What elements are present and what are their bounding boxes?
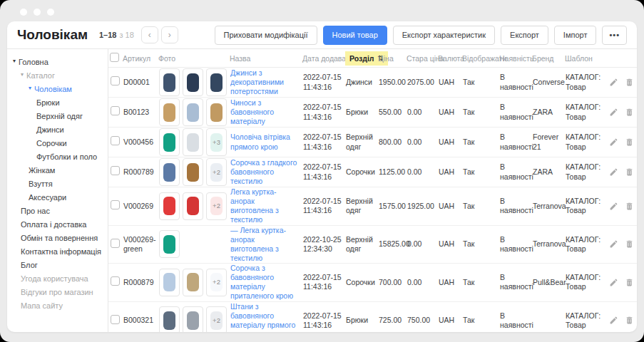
row-checkbox[interactable]	[111, 315, 120, 324]
row-checkbox[interactable]	[111, 200, 120, 209]
product-name-link[interactable]: Чоловіча вітрівка прямого крою	[230, 133, 299, 151]
table-row: B000321+2Штани з бавовняного матеріалу п…	[108, 301, 637, 332]
product-thumbnail[interactable]	[159, 306, 180, 332]
row-checkbox[interactable]	[111, 239, 120, 248]
product-name-link[interactable]: Сорочка з гладкого бавовняного текстилю	[230, 158, 299, 186]
more-photos-badge[interactable]: +2	[206, 269, 227, 296]
product-thumbnail[interactable]	[183, 306, 203, 332]
column-header-label[interactable]: Бренд	[532, 54, 554, 63]
product-thumbnail[interactable]	[159, 230, 180, 258]
sidebar-item[interactable]: Брюки	[7, 95, 108, 109]
template-cell: КАТАЛОГ: Товар	[563, 187, 607, 226]
table-row: B00123Чиноси з бавовняного матеріалу2022…	[108, 98, 637, 128]
row-checkbox[interactable]	[111, 276, 120, 286]
column-header-label[interactable]: Фото	[158, 54, 175, 63]
delete-icon[interactable]	[625, 278, 634, 287]
column-header-label[interactable]: Шаблон	[565, 54, 593, 63]
sidebar-item[interactable]: Відгуки про магазин	[7, 285, 108, 299]
more-photos-badge[interactable]: +2	[206, 306, 227, 332]
more-photos-badge[interactable]: +2	[206, 158, 227, 186]
column-header-label[interactable]: Артикул	[123, 54, 150, 63]
product-name-link[interactable]: Штани з бавовняного матеріалу прямого кр…	[230, 302, 299, 333]
minimize-window-icon[interactable]	[34, 9, 41, 16]
new-product-button[interactable]: Новий товар	[323, 26, 387, 45]
product-thumbnail[interactable]	[159, 192, 180, 220]
column-header-label[interactable]: Валюта	[438, 54, 464, 63]
delete-icon[interactable]	[625, 316, 634, 325]
column-header-label[interactable]: Ціна	[378, 54, 394, 63]
product-thumbnail[interactable]	[159, 269, 180, 296]
edit-icon[interactable]	[609, 138, 618, 147]
name-cell: — Легка куртка-анорак виготовлена з текс…	[228, 225, 301, 264]
sidebar-item[interactable]: Оплата і доставка	[7, 217, 108, 231]
sidebar-item[interactable]: Про нас	[7, 204, 108, 217]
product-thumbnail[interactable]	[206, 98, 227, 126]
product-thumbnail[interactable]	[159, 158, 180, 186]
edit-icon[interactable]	[609, 239, 618, 249]
column-header-label[interactable]: Наявність	[499, 54, 533, 63]
product-thumbnail[interactable]	[183, 128, 203, 156]
sidebar-item[interactable]: Обмін та повернення	[7, 231, 108, 244]
product-thumbnail[interactable]	[159, 68, 180, 96]
delete-icon[interactable]	[625, 138, 634, 147]
sidebar-item[interactable]: Блог	[7, 258, 108, 271]
product-thumbnail[interactable]	[159, 98, 180, 126]
product-name-link[interactable]: Джинси з декоративними потертостями	[230, 68, 299, 96]
sidebar-item[interactable]: Мапа сайту	[7, 299, 108, 312]
delete-icon[interactable]	[625, 202, 634, 211]
product-name-link[interactable]: Чиноси з бавовняного матеріалу	[230, 98, 299, 126]
product-thumbnail[interactable]	[183, 192, 203, 220]
sidebar-item[interactable]: Сорочки	[7, 136, 108, 150]
delete-icon[interactable]	[625, 108, 634, 117]
delete-icon[interactable]	[625, 239, 634, 249]
currency-cell: UAH	[436, 225, 461, 264]
sidebar-item[interactable]: Джинси	[7, 123, 108, 136]
delete-icon[interactable]	[625, 167, 634, 177]
edit-icon[interactable]	[609, 202, 618, 211]
column-header-label[interactable]: Назва	[230, 54, 250, 63]
import-button[interactable]: Імпорт	[554, 26, 597, 45]
product-name-link[interactable]: Легка куртка-анорак виготовлена з тексти…	[230, 187, 299, 225]
product-name-link[interactable]: — Легка куртка-анорак виготовлена з текс…	[230, 226, 299, 264]
edit-icon[interactable]	[609, 278, 618, 287]
edit-icon[interactable]	[609, 108, 618, 117]
sidebar-item-label: Футболки и поло	[36, 152, 97, 161]
hide-modifications-button[interactable]: Приховати модифікації	[215, 26, 317, 45]
column-header-section: Розділ⇅	[344, 49, 377, 68]
row-checkbox[interactable]	[111, 136, 120, 145]
sidebar-item[interactable]: ▾Каталог	[7, 68, 108, 82]
sidebar-item[interactable]: Угода користувача	[7, 271, 108, 285]
sidebar-item[interactable]: Аксесуари	[7, 190, 108, 204]
product-thumbnail[interactable]	[183, 158, 203, 186]
product-thumbnail[interactable]	[183, 68, 203, 96]
edit-icon[interactable]	[609, 167, 618, 177]
next-page-button[interactable]: ›	[161, 26, 178, 43]
more-actions-button[interactable]: •••	[602, 26, 627, 45]
export-characteristics-button[interactable]: Експорт характеристик	[393, 26, 495, 45]
sidebar-item[interactable]: Верхній одяг	[7, 109, 108, 123]
row-checkbox[interactable]	[111, 166, 120, 175]
more-photos-badge[interactable]: +3	[206, 128, 227, 156]
maximize-window-icon[interactable]	[47, 9, 54, 16]
product-name-link[interactable]: Сорочка з бавовняного матеріалу притален…	[230, 264, 299, 301]
row-checkbox[interactable]	[111, 76, 120, 86]
select-all-checkbox[interactable]	[110, 53, 119, 62]
sidebar-item[interactable]: Взуття	[7, 177, 108, 190]
prev-page-button[interactable]: ‹	[141, 26, 158, 43]
sidebar-item[interactable]: ▾Чоловікам	[7, 82, 108, 95]
edit-icon[interactable]	[609, 78, 618, 87]
product-thumbnail[interactable]	[183, 269, 203, 296]
sidebar-item[interactable]: Контактна інформація	[7, 244, 108, 258]
product-thumbnail[interactable]	[206, 68, 227, 96]
row-checkbox[interactable]	[111, 106, 120, 115]
product-thumbnail[interactable]	[159, 128, 180, 156]
delete-icon[interactable]	[625, 78, 634, 87]
sidebar-item[interactable]: Жінкам	[7, 163, 108, 177]
sidebar-item[interactable]: ▾Головна	[7, 55, 108, 68]
export-button[interactable]: Експорт	[501, 26, 548, 45]
product-thumbnail[interactable]	[183, 98, 203, 126]
edit-icon[interactable]	[609, 316, 618, 325]
close-window-icon[interactable]	[20, 9, 27, 16]
more-photos-badge[interactable]: +2	[206, 192, 227, 220]
sidebar-item[interactable]: Футболки и поло	[7, 150, 108, 163]
